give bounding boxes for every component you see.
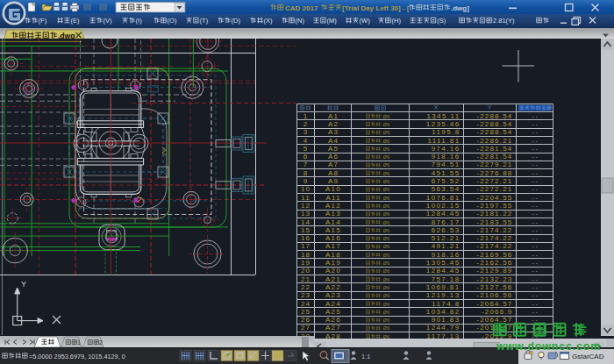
svg-text:- -: - -	[532, 146, 538, 152]
svg-text:- -: - -	[532, 203, 538, 209]
svg-text:Ø6: Ø6	[383, 268, 390, 274]
svg-text:(I): (I)	[136, 17, 143, 25]
svg-text:- -: - -	[532, 276, 538, 282]
svg-text:Ø6: Ø6	[383, 253, 390, 258]
svg-text:-2288.54: -2288.54	[476, 112, 512, 120]
svg-text:-2127.56: -2127.56	[476, 283, 512, 291]
svg-text:918.16: 918.16	[432, 251, 460, 259]
svg-text:A23: A23	[325, 291, 341, 299]
svg-text:A8: A8	[328, 169, 339, 177]
svg-text:1174.8: 1174.8	[432, 300, 460, 308]
svg-text:A9: A9	[328, 177, 339, 185]
svg-text:CAD 2017: CAD 2017	[285, 4, 318, 12]
svg-text:20: 20	[301, 267, 311, 275]
svg-text:-2129.89: -2129.89	[476, 267, 512, 275]
svg-text:4: 4	[303, 137, 308, 145]
svg-text:-2106.56: -2106.56	[476, 291, 512, 299]
svg-text:Ø6: Ø6	[383, 211, 390, 217]
svg-text:GstarCAD: GstarCAD	[572, 353, 604, 360]
svg-text:-2183.55: -2183.55	[476, 218, 512, 226]
svg-text:Ø6: Ø6	[383, 302, 390, 307]
svg-text:1111.81: 1111.81	[428, 137, 460, 145]
svg-text:(S): (S)	[437, 17, 446, 25]
svg-text:- -: - -	[532, 195, 538, 201]
svg-text:- -: - -	[532, 309, 538, 315]
svg-text:-2286.21: -2286.21	[476, 137, 512, 145]
svg-text:- -: - -	[532, 252, 538, 258]
svg-text:10: 10	[301, 185, 311, 193]
svg-text:-2288.54: -2288.54	[476, 120, 512, 128]
svg-text:- -: - -	[532, 113, 538, 119]
svg-text:1034.82: 1034.82	[426, 308, 460, 316]
svg-text:563.54: 563.54	[432, 185, 460, 193]
svg-text:8: 8	[303, 169, 308, 177]
svg-text:876.17: 876.17	[432, 218, 460, 226]
svg-text:25: 25	[301, 308, 311, 316]
svg-text:675.52: 675.52	[432, 177, 460, 185]
svg-text:-2272.21: -2272.21	[476, 185, 512, 193]
svg-text:21: 21	[301, 275, 311, 283]
svg-text:27: 27	[301, 324, 311, 332]
svg-text:-2162.56: -2162.56	[476, 259, 512, 267]
svg-text:- -: - -	[532, 301, 538, 307]
svg-text:1: 1	[303, 112, 308, 120]
svg-text:16: 16	[301, 234, 311, 242]
svg-text:-2174.22: -2174.22	[476, 234, 512, 242]
svg-text:1305.45: 1305.45	[426, 259, 460, 267]
svg-text:(W): (W)	[360, 17, 371, 25]
svg-text:A28: A28	[325, 332, 341, 339]
svg-text:Ø6: Ø6	[383, 310, 390, 315]
svg-text:Ø6: Ø6	[383, 114, 390, 119]
svg-text:A18: A18	[325, 251, 341, 259]
svg-text:-2204.55: -2204.55	[476, 194, 512, 202]
svg-text:1284.45: 1284.45	[426, 210, 460, 218]
svg-text:- -: - -	[532, 186, 538, 192]
svg-text:-2169.56: -2169.56	[476, 251, 512, 259]
svg-text:A13: A13	[325, 210, 341, 218]
svg-text:- -: - -	[532, 219, 538, 225]
svg-text:15: 15	[301, 226, 311, 234]
svg-text:626.53: 626.53	[432, 226, 460, 234]
svg-text:19: 19	[301, 259, 311, 267]
svg-text:Ø6: Ø6	[383, 228, 390, 233]
svg-text:Ø6: Ø6	[383, 154, 390, 160]
svg-text:Ø6: Ø6	[383, 187, 390, 192]
svg-text:1235.46: 1235.46	[426, 120, 460, 128]
svg-text:Ø6: Ø6	[383, 236, 390, 241]
svg-text:(O): (O)	[168, 17, 177, 25]
svg-text:A17: A17	[325, 242, 341, 250]
svg-text:A12: A12	[325, 202, 341, 210]
svg-text:Ø6: Ø6	[383, 261, 390, 266]
svg-text:- -: - -	[532, 138, 538, 144]
svg-text:Y: Y	[21, 280, 26, 289]
svg-text:11: 11	[301, 194, 310, 202]
svg-text:6: 6	[303, 153, 308, 161]
svg-text:A1: A1	[328, 112, 339, 120]
svg-text:A25: A25	[325, 308, 341, 316]
svg-text:5: 5	[303, 145, 308, 153]
svg-text:1284.45: 1284.45	[426, 267, 460, 275]
svg-text:-2276.88: -2276.88	[476, 169, 512, 177]
svg-text:- -: - -	[532, 121, 538, 127]
svg-text:A2: A2	[328, 120, 339, 128]
svg-text:23: 23	[301, 291, 311, 299]
svg-text:- -: - -	[532, 153, 538, 160]
svg-text:(M): (M)	[327, 17, 338, 25]
svg-text:-2174.22: -2174.22	[476, 226, 512, 234]
svg-text:=5.0000 2953.6979, 1015.4129,: =5.0000 2953.6979, 1015.4129, 0	[29, 353, 125, 360]
svg-text:(V): (V)	[104, 17, 113, 25]
svg-text:17: 17	[301, 242, 311, 250]
svg-text:-2288.54: -2288.54	[476, 128, 512, 136]
svg-text:-2272.21: -2272.21	[476, 177, 512, 185]
svg-text:Ø6: Ø6	[383, 179, 390, 184]
svg-text:Ø6: Ø6	[383, 325, 390, 331]
svg-text:1219.13: 1219.13	[426, 291, 460, 299]
svg-text:A21: A21	[325, 275, 341, 283]
svg-text:2: 2	[303, 120, 308, 128]
svg-text:1345.11: 1345.11	[426, 112, 460, 120]
svg-text:Ø6: Ø6	[383, 139, 390, 144]
svg-text:(D): (D)	[232, 17, 241, 25]
svg-text:- -: - -	[532, 129, 538, 135]
svg-text:-2064.57: -2064.57	[476, 300, 512, 308]
svg-text:-2132.23: -2132.23	[476, 275, 512, 283]
